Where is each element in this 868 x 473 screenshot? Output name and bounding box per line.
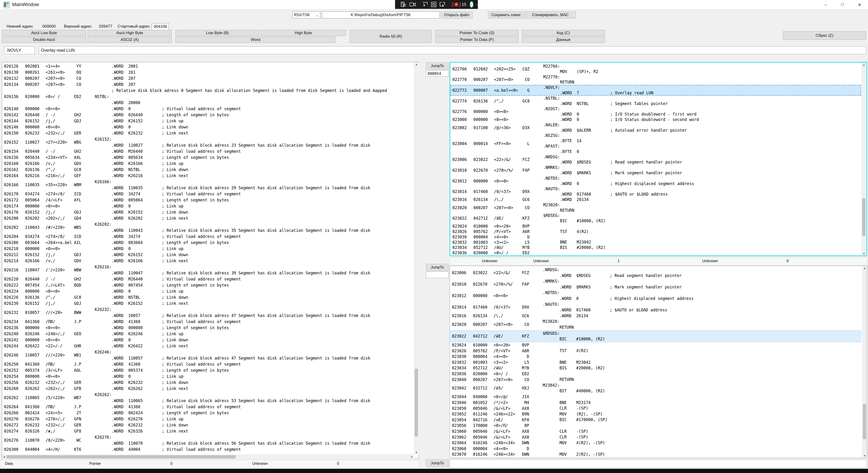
listing-row[interactable]: 022774026136/^,/GC8.NSTBL: .WORD NSTBL ;…: [451, 96, 861, 106]
listing-row[interactable]: 023026005762/P/<VT>A6R TST 4(R2): [450, 348, 862, 354]
listing-row[interactable]: 026264041360/ПВ/J.P .WORD 41360 ; Virtua…: [2, 404, 413, 410]
open-file-button[interactable]: Открыть файл: [441, 11, 473, 19]
scrollbar-vertical[interactable]: ▲ ▼: [862, 63, 866, 255]
listing-row[interactable]: 026142026440/ -/GH2 .WORD 026440 ; Lengt…: [2, 112, 413, 118]
listing-row[interactable]: 023036020000<0>/ /ED2: [450, 371, 862, 377]
listing-row[interactable]: 026162026136/^,/GC8 .WORD NSTBL ; Link d…: [2, 166, 413, 172]
scroll-right-icon[interactable]: ►: [410, 455, 414, 459]
log-target-icon[interactable]: [401, 2, 406, 7]
listing-row[interactable]: 026272026232<232>/,/GER .WORD K26232 ; L…: [2, 422, 413, 428]
listing-row[interactable]: 023014017460/0/<37>D9X.NAUTO: .WORD 0174…: [450, 302, 862, 313]
listing-row-selected[interactable]: 022772000007<a.bel><0>G.NOVLY: .WORD 7 ;…: [451, 85, 861, 96]
scrollbar-vertical[interactable]: ▲ ▼: [862, 266, 867, 458]
collapse-chevron-icon[interactable]: ‹: [477, 2, 478, 7]
listing-row[interactable]: 026202110043/#/<220>WBSK26202: .WORD 110…: [2, 221, 413, 233]
listing-row[interactable]: 023024010000<0><20>BVP: [451, 224, 861, 229]
scrollbar-thumb[interactable]: [863, 404, 866, 439]
listing-row[interactable]: 023064016246<246><34>DWN MOV 4(R2), -(SP…: [450, 440, 862, 446]
save-session-button[interactable]: Сохранить сеанс: [488, 11, 524, 19]
listing-row[interactable]: 023004000014<FF><0>L.NSZSG: .BYTE 14.NFA…: [451, 133, 861, 154]
listing-row[interactable]: 026234041360/ПВ/J.P .WORD 41360 ; Virtua…: [2, 319, 413, 325]
listing-row[interactable]: 023006023022<22>/&/FCZ.NRDSG: .WORD $RDS…: [451, 154, 861, 165]
listing-row[interactable]: 023020000207<207><0>COM23020: RETURN: [451, 202, 861, 213]
listing-row[interactable]: 026176026152/j,/GDJ .WORD K26152 ; Link …: [2, 209, 413, 215]
listing-row[interactable]: 023020000207<207><0>COM23020: RETURN: [450, 319, 862, 330]
listing-row[interactable]: 023022042712/йЕ/KFZ$RDSEG: BIC #10000, (…: [451, 213, 861, 224]
radix50-button[interactable]: Radix-50 (R): [350, 30, 432, 43]
jumpto-button-top[interactable]: JumpTo: [426, 62, 448, 69]
listing-row[interactable]: 023030000004<4><0>D: [451, 234, 861, 240]
listing-row[interactable]: 026126002001<1><4>YY .WORD 2001: [2, 63, 413, 69]
code-button[interactable]: Код (C): [522, 30, 605, 36]
listing-row[interactable]: 026214026166/v,/GDV .WORD K26166 ; Link …: [2, 258, 413, 264]
listing-row[interactable]: 022766012602<202><25>CQZM22766: MOV (SP)…: [451, 64, 861, 74]
listing-row[interactable]: 026204034274<274>/8/ICD .WORD 34274 ; Vi…: [2, 233, 413, 240]
listing-row[interactable]: 026140000000<0><0> .WORD 0 ; Virtual loa…: [2, 106, 413, 112]
error-badge-icon[interactable]: {✕} 15: [452, 2, 466, 7]
generate-mac-button[interactable]: Сгенерировать .MAC: [525, 11, 576, 19]
success-check-icon[interactable]: ✓: [470, 1, 474, 8]
listing-row[interactable]: 023010022670<270>/%/FAP.NMRKS: .WORD $MA…: [450, 278, 862, 290]
region-cursor-icon[interactable]: [439, 2, 445, 7]
scroll-down-icon[interactable]: ▼: [862, 251, 866, 255]
word-button[interactable]: Word: [176, 37, 336, 43]
listing-row[interactable]: 026230026152/j,/GDJ .WORD K26152 ; Link …: [2, 301, 413, 307]
jumpto-button-bottom[interactable]: JumpTo: [426, 264, 448, 271]
listing-row[interactable]: 023010022670<270>/%/FAP.NMRKS: .WORD $MA…: [451, 165, 861, 176]
start-address-input[interactable]: 004336: [152, 23, 169, 30]
listing-row[interactable]: 026144026152/j,/GDJ .WORD K26152 ; Link …: [2, 118, 413, 124]
scrollbar-thumb[interactable]: [862, 198, 865, 236]
scrollbar-vertical[interactable]: ▲ ▼: [414, 62, 419, 454]
reset-button[interactable]: Сброс (Z): [783, 31, 866, 40]
listing-row[interactable]: 026206003664<264><a.belAIL .WORD 003664 …: [2, 240, 413, 246]
listing-row[interactable]: 026266002424<24><5>2T .WORD 002424 ; Len…: [2, 410, 413, 416]
ascii-low-byte-button[interactable]: Ascii Low Byte: [2, 30, 86, 36]
disassembly-listing-bottom[interactable]: 023006023022<22>/&/FCZ.NRDSG: .WORD $RDS…: [450, 267, 862, 457]
low-byte-button[interactable]: Low Byte (B): [176, 30, 259, 36]
listing-row[interactable]: 026136020000<0>/ /ED2 ; Relative disk bl…: [2, 88, 413, 106]
listing-row[interactable]: 026276110070/8/<220>WCK26276: .WORD 1100…: [2, 434, 413, 446]
listing-row[interactable]: 026216110047/'/<220>WBWK26216: .WORD 110…: [2, 264, 413, 276]
camera-icon[interactable]: [409, 2, 415, 7]
listing-row[interactable]: 026256026232<232>/,/GER .WORD K26232 ; L…: [2, 379, 413, 385]
listing-row[interactable]: 026236000000<0><0> .WORD 000000 ; Length…: [2, 325, 413, 331]
asciz-button[interactable]: ASCIZ (A): [88, 37, 172, 43]
scrollbar-thumb[interactable]: [6, 455, 236, 459]
jumpto-button-next[interactable]: JumpTo: [426, 460, 448, 467]
listing-row[interactable]: 026246110057///<220>WB1K26246: .WORD 110…: [2, 349, 413, 361]
double-ascii-button[interactable]: Double Ascii: [2, 37, 86, 43]
listing-row[interactable]: 023034052712/йU/M?B BIS #20000, (R2): [451, 245, 861, 250]
listing-row[interactable]: 023036020000<0>/ /ED2: [451, 250, 861, 255]
ascii-high-byte-button[interactable]: Ascii High Byte: [88, 30, 172, 36]
symbol-name-input[interactable]: .NOVLY: [4, 46, 35, 54]
listing-row[interactable]: 023060005046/&/<LF>AX8 CLR -(SP): [450, 429, 862, 434]
listing-row[interactable]: 023016026134/\,/GC6 .WORD 26134: [451, 197, 861, 202]
listing-row[interactable]: 023042032712/й5/HXJM23042: BIT #40000, (…: [450, 382, 862, 394]
listing-row[interactable]: 026146000000<0><0> .WORD 0 ; Link down: [2, 124, 413, 130]
listing-row[interactable]: 026172005064/4/<LF>AYL .WORD 005064 ; Le…: [2, 197, 413, 203]
listing-row[interactable]: 023062005046/&/<LF>AX8 CLR -(SP): [450, 434, 862, 440]
format-combo[interactable]: RSX/TSK ⌄: [292, 11, 320, 19]
listing-row[interactable]: 026244026422<22>/-/GHR .WORD K26422 ; Li…: [2, 343, 413, 349]
listing-row-selected[interactable]: 023022042712/йЕ/KFZ$RDSEG: BIC #10000, (…: [450, 330, 862, 342]
listing-row[interactable]: 023006023022<22>/&/FCZ.NRDSG: .WORD $RDS…: [450, 267, 862, 278]
listing-row[interactable]: 026132000207<207><0>CO .WORD 207: [2, 75, 413, 82]
jumpto-input-bottom[interactable]: [426, 272, 448, 278]
maximize-button[interactable]: ☐: [834, 0, 851, 9]
close-button[interactable]: ✕: [851, 0, 868, 9]
listing-row[interactable]: 026224000000<0><0> .WORD 0 ; Link up: [2, 288, 413, 294]
listing-row[interactable]: 022776000000<0><0>.NIOST: .WORD 0 ; I/O …: [451, 106, 861, 117]
listing-row[interactable]: 026260026262<262>/,/GFB .WORD K26262 ; L…: [2, 385, 413, 391]
listing-row[interactable]: 023070016246<246><34>DWN MOV 2(R2), -(SP…: [450, 451, 862, 457]
listing-row[interactable]: 023034052712/йU/M?B BIS #20000, (R2): [450, 365, 862, 371]
listing-row[interactable]: 023016026134/\,/GC6 .WORD 26134: [450, 313, 862, 319]
listing-row[interactable]: 026134000207<207><0>CO .WORD 207: [2, 82, 413, 88]
listing-row[interactable]: 023024010000<0><20>BVP: [450, 342, 862, 348]
listing-row[interactable]: 023012000000<0><0>.NDTDS: .WORD 0 ; High…: [451, 176, 861, 186]
scroll-down-icon[interactable]: ▼: [414, 450, 419, 454]
listing-row[interactable]: 026164026216<216>/,/GEF .WORD K26216 ; L…: [2, 172, 413, 179]
disassembly-listing-main[interactable]: 026126002001<1><4>YY .WORD 2001026130000…: [2, 63, 413, 454]
listing-row[interactable]: 023030000004<4><0>D: [450, 354, 862, 359]
listing-row[interactable]: 026226026136/^,/GC8 .WORD NSTBL ; Link d…: [2, 294, 413, 301]
listing-row[interactable]: 023046001052/*/<2>M4 BNE M23174: [450, 400, 862, 406]
